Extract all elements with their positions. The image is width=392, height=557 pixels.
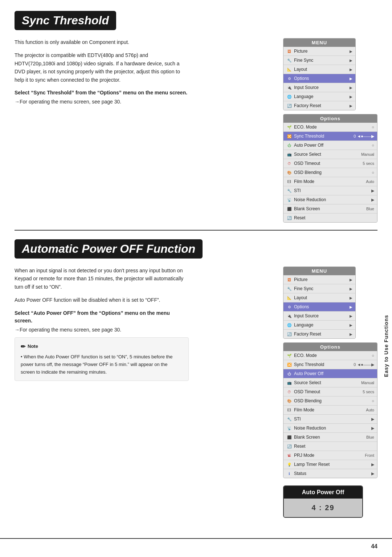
source-icon-2: 📺 <box>286 380 292 386</box>
lamp-icon-2: 💡 <box>286 462 292 467</box>
sync-threshold-layout: This function is only available on Compo… <box>15 38 377 223</box>
options-source-2: 📺 Source Select Manual <box>283 378 377 387</box>
finesync-icon-2: 🔧 <box>286 286 292 292</box>
sync-threshold-text2: The projector is compatible with EDTV(48… <box>15 51 189 84</box>
page-container: Sync Threshold This function is only ava… <box>0 0 392 557</box>
film-icon-1: 🎞 <box>286 179 292 184</box>
layout-icon-1: 📐 <box>286 66 292 72</box>
autopower-icon-1: ⏻ <box>286 142 292 148</box>
language-icon-2: 🌐 <box>286 322 292 328</box>
side-label: Easy to Use Functions <box>383 315 389 377</box>
picture-icon-1: 🖼 <box>286 48 292 54</box>
options-lamp-2: 💡 Lamp Timer Reset ▶ <box>283 460 377 469</box>
autopower-icon-2: ⏻ <box>286 371 292 377</box>
options-icon-2: ⚙ <box>286 304 292 310</box>
options-noise-1: 📡 Noise Reduction ▶ <box>283 195 377 204</box>
options-panel-1: Options 🌱 ECO. Mode ○ 🔀 Sync Threshold <box>283 114 377 223</box>
menu-item-picture-2: 🖼 Picture ▶ <box>283 275 355 284</box>
options-film-1: 🎞 Film Mode Auto <box>283 177 377 186</box>
status-icon-2: ℹ <box>286 471 292 476</box>
reset-icon-1: 🔄 <box>286 103 292 109</box>
osdblend-icon-2: 🎨 <box>286 398 292 404</box>
osdblend-icon-1: 🎨 <box>286 170 292 175</box>
options-header-1: Options <box>283 114 377 123</box>
blank-icon-1: ⬛ <box>286 206 292 212</box>
note-text: • When the Auto Power OFF function is se… <box>21 353 183 376</box>
options-sti-1: 🔧 STI ▶ <box>283 186 377 195</box>
menu-item-options-2[interactable]: ⚙ Options ▶ <box>283 302 355 312</box>
menu-panel-1: MENU 🖼 Picture ▶ 🔧 Fine Sync ▶ <box>283 38 356 110</box>
menu-panel-2: MENU 🖼 Picture ▶ 🔧 Fine Sync ▶ <box>283 267 356 339</box>
syncthreshold-icon-2: 🔀 <box>286 362 292 367</box>
language-icon-1: 🌐 <box>286 94 292 99</box>
options-blank-1: ⬛ Blank Screen Blue <box>283 204 377 214</box>
osdtimeout-icon-1: ⏱ <box>286 160 292 166</box>
sync-threshold-instruction2: →For operating the menu screen, see page… <box>15 98 189 106</box>
auto-power-right: MENU 🖼 Picture ▶ 🔧 Fine Sync ▶ <box>283 267 377 518</box>
auto-power-left: When an input signal is not detected or … <box>15 267 189 518</box>
sync-threshold-left: This function is only available on Compo… <box>15 38 189 223</box>
auto-power-box: Auto Power Off 4 : 29 <box>283 485 363 518</box>
prj-icon-2: 📽 <box>286 452 292 458</box>
eco-icon-1: 🌱 <box>286 124 292 130</box>
resetitem-icon-2: 🔄 <box>286 443 292 449</box>
auto-power-box-value: 4 : 29 <box>284 499 362 517</box>
auto-power-title: Automatic Power OFF Function <box>15 239 203 259</box>
auto-power-instruction1: Select “Auto Power OFF” from the “Option… <box>15 309 189 325</box>
options-film-2: 🎞 Film Mode Auto <box>283 406 377 415</box>
resetitem-icon-1: 🔄 <box>286 215 292 221</box>
auto-power-text2: Auto Power OFF function will be disabled… <box>15 296 189 304</box>
menu-item-reset-1: 🔄 Factory Reset ▶ <box>283 101 355 110</box>
options-osdtimeout-2: ⏱ OSD Timeout 5 secs <box>283 387 377 397</box>
sti-icon-1: 🔧 <box>286 188 292 194</box>
picture-icon-2: 🖼 <box>286 277 292 282</box>
menu-item-input-1: 🔌 Input Source ▶ <box>283 83 355 92</box>
options-resetitem-2: 🔄 Reset <box>283 442 377 451</box>
input-icon-1: 🔌 <box>286 85 292 90</box>
options-syncthreshold-2: 🔀 Sync Threshold 0 ◄●——▶ <box>283 360 377 369</box>
auto-power-text1: When an input signal is not detected or … <box>15 267 189 291</box>
options-osdblend-2: 🎨 OSD Blending ○ <box>283 397 377 406</box>
note-box: ✏ Note • When the Auto Power OFF functio… <box>15 337 189 381</box>
options-osdtimeout-1: ⏱ OSD Timeout 5 secs <box>283 159 377 168</box>
page-number: 44 <box>371 543 377 550</box>
auto-power-section: Automatic Power OFF Function When an inp… <box>15 239 377 518</box>
syncthreshold-icon-1: 🔀 <box>286 133 292 139</box>
options-source-1: 📺 Source Select Manual <box>283 150 377 159</box>
options-status-2: ℹ Status ▶ <box>283 469 377 478</box>
menu-header-2: MENU <box>283 267 355 275</box>
layout-icon-2: 📐 <box>286 295 292 301</box>
auto-power-box-header: Auto Power Off <box>284 486 362 499</box>
sync-threshold-right: MENU 🖼 Picture ▶ 🔧 Fine Sync ▶ <box>283 38 377 223</box>
sync-threshold-section: Sync Threshold This function is only ava… <box>15 11 377 223</box>
options-autopower-2[interactable]: ⏻ Auto Power Off <box>283 369 377 378</box>
osdtimeout-icon-2: ⏱ <box>286 389 292 395</box>
noise-icon-1: 📡 <box>286 197 292 203</box>
menu-item-language-1: 🌐 Language ▶ <box>283 92 355 101</box>
options-icon-1: ⚙ <box>286 76 292 81</box>
menu-item-layout-1: 📐 Layout ▶ <box>283 65 355 74</box>
finesync-icon-1: 🔧 <box>286 57 292 63</box>
noise-icon-2: 📡 <box>286 425 292 431</box>
blank-icon-2: ⬛ <box>286 434 292 440</box>
input-icon-2: 🔌 <box>286 313 292 319</box>
options-prj-2: 📽 PRJ Mode Front <box>283 451 377 460</box>
sync-threshold-title: Sync Threshold <box>15 11 116 30</box>
options-eco-1: 🌱 ECO. Mode ○ <box>283 123 377 132</box>
sync-threshold-text1: This function is only available on Compo… <box>15 38 189 46</box>
note-title: ✏ Note <box>21 342 183 351</box>
menu-item-finesync-2: 🔧 Fine Sync ▶ <box>283 284 355 293</box>
menu-item-picture-1: 🖼 Picture ▶ <box>283 47 355 56</box>
options-autopower-1: ⏻ Auto Power Off ○ <box>283 141 377 150</box>
reset-icon-2: 🔄 <box>286 331 292 337</box>
menu-item-options-1[interactable]: ⚙ Options ▶ <box>283 74 355 83</box>
note-icon: ✏ <box>21 342 25 351</box>
menu-header-1: MENU <box>283 38 355 47</box>
options-syncthreshold-1[interactable]: 🔀 Sync Threshold 0 ◄●——▶ <box>283 132 377 141</box>
menu-item-reset-2: 🔄 Factory Reset ▶ <box>283 330 355 338</box>
options-sti-2: 🔧 STI ▶ <box>283 415 377 424</box>
eco-icon-2: 🌱 <box>286 353 292 358</box>
auto-power-layout: When an input signal is not detected or … <box>15 267 377 518</box>
bottom-line <box>0 538 392 539</box>
options-header-2: Options <box>283 343 377 351</box>
